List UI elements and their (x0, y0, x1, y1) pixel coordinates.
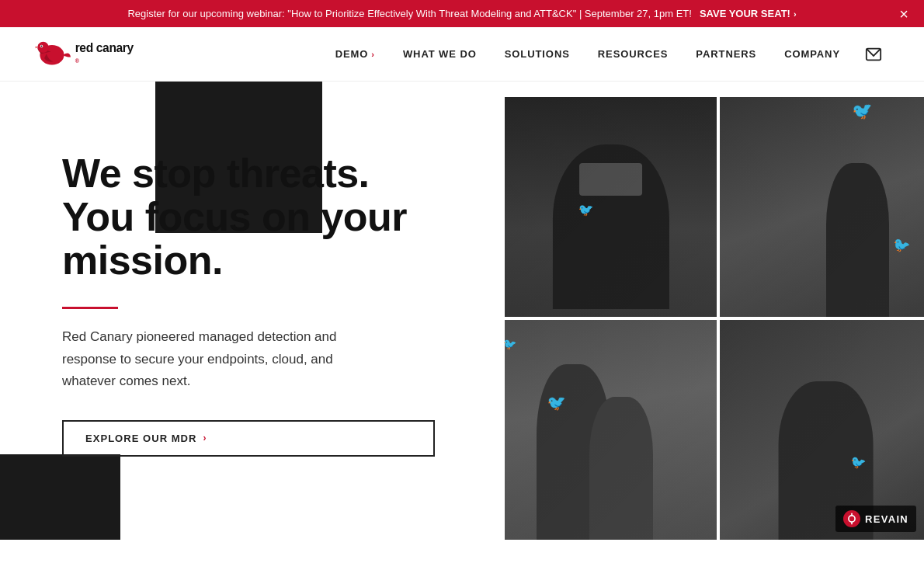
revain-logo-icon (845, 512, 859, 526)
hero-body: Red Canary pioneered managed detection a… (62, 326, 357, 391)
nav-item-demo[interactable]: DEMO › (321, 27, 389, 82)
hero-section: We stop threats. You focus on your missi… (0, 82, 924, 540)
svg-point-1 (38, 42, 49, 53)
cta-chevron-icon: › (203, 433, 207, 443)
hero-headline-line1: We stop threats. (62, 151, 370, 196)
nav-link-partners[interactable]: PARTNERS (682, 27, 770, 82)
nav-label-partners: PARTNERS (696, 27, 756, 82)
nav-link-resources[interactable]: RESOURCES (584, 27, 683, 82)
revain-badge: revain (835, 506, 916, 532)
collage-figure-2 (720, 97, 924, 317)
nav-item-company[interactable]: COMPANY (770, 27, 854, 82)
nav-label-resources: RESOURCES (598, 27, 669, 82)
email-button[interactable] (854, 27, 893, 82)
hero-headline: We stop threats. You focus on your missi… (62, 151, 435, 282)
svg-text:®: ® (75, 59, 81, 65)
svg-text:red canary: red canary (75, 42, 134, 55)
banner-cta-label: SAVE YOUR SEAT! (700, 8, 790, 19)
nav-label-company: COMPANY (784, 27, 840, 82)
main-nav: red canary ® DEMO › WHAT WE DO SOLUTIONS… (0, 27, 924, 82)
collage-cell-3: Two people embracing, medical setting (505, 320, 717, 540)
nav-item-solutions[interactable]: SOLUTIONS (491, 27, 584, 82)
banner-chevron-icon: › (794, 9, 797, 19)
nav-label-solutions: SOLUTIONS (505, 27, 570, 82)
revain-icon (843, 510, 860, 527)
email-icon (865, 46, 882, 63)
photo-collage: Person wearing VR headset Person near in… (505, 97, 924, 540)
nav-link-demo[interactable]: DEMO › (321, 27, 389, 82)
logo[interactable]: red canary ® (31, 36, 163, 71)
collage-figure-3 (505, 320, 717, 540)
svg-point-3 (41, 46, 43, 47)
nav-item-resources[interactable]: RESOURCES (584, 27, 683, 82)
banner-cta[interactable]: SAVE YOUR SEAT! › (700, 8, 797, 19)
hero-left: We stop threats. You focus on your missi… (0, 82, 481, 540)
logo-svg: red canary ® (31, 36, 163, 71)
collage-cell-2: Person near industrial machinery (720, 97, 924, 317)
nav-label-what-we-do: WHAT WE DO (403, 27, 477, 82)
hero-headline-line3: mission. (62, 238, 223, 283)
announcement-banner: Register for our upcoming webinar: "How … (0, 0, 924, 27)
nav-item-email[interactable] (854, 27, 893, 82)
collage-cell-1: Person wearing VR headset (505, 97, 717, 317)
nav-demo-chevron-icon: › (371, 27, 375, 82)
nav-link-company[interactable]: COMPANY (770, 27, 854, 82)
revain-label: revain (865, 513, 908, 525)
hero-headline-line2: You focus on your (62, 194, 407, 239)
banner-text: Register for our upcoming webinar: "How … (127, 8, 691, 19)
hero-right: 🐦 🐦 🐦 🐦 🐦 🐦 Person wearing VR headset Pe… (481, 82, 924, 540)
banner-close-button[interactable]: × (899, 6, 908, 22)
collage-figure-1 (505, 97, 717, 317)
explore-mdr-button[interactable]: EXPLORE OUR MDR › (62, 420, 435, 457)
nav-link-solutions[interactable]: SOLUTIONS (491, 27, 584, 82)
hero-divider (62, 307, 118, 309)
nav-item-what-we-do[interactable]: WHAT WE DO (389, 27, 491, 82)
nav-links: DEMO › WHAT WE DO SOLUTIONS RESOURCES PA… (321, 27, 893, 82)
nav-link-what-we-do[interactable]: WHAT WE DO (389, 27, 491, 82)
cta-label: EXPLORE OUR MDR (85, 433, 196, 444)
nav-item-partners[interactable]: PARTNERS (682, 27, 770, 82)
nav-label-demo: DEMO (335, 27, 369, 82)
